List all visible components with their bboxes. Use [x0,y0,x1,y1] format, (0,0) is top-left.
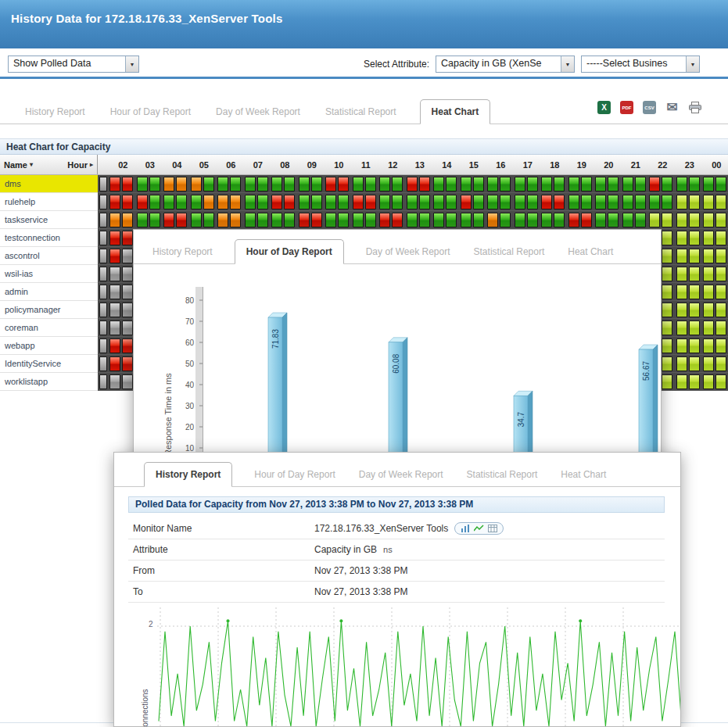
heat-block [568,213,579,227]
field-value: 172.18.176.33_XenServer Tools [314,518,448,539]
heat-cell [676,338,704,353]
heat-cell [676,177,704,192]
heat-block [715,374,726,389]
main-tab-day-of-week-report[interactable]: Day of Week Report [214,100,302,124]
heat-cell [649,177,676,192]
toolbar: Show Polled Data ▼ Select Attribute: Cap… [0,52,728,77]
main-tab-statistical-report[interactable]: Statistical Report [324,100,398,124]
line-chart-icon[interactable] [474,525,484,532]
hour-panel-tab-statistical-report[interactable]: Statistical Report [472,240,547,263]
history-panel-tab-heat-chart[interactable]: Heat Chart [559,463,608,486]
heat-filler-block [99,177,107,192]
heat-block [662,321,672,335]
main-tab-history-report[interactable]: History Report [23,100,87,124]
hour-header-10: 10 [325,155,353,174]
show-polled-data-select[interactable]: Show Polled Data ▼ [8,56,139,73]
dropdown-arrow-icon[interactable]: ▼ [125,56,138,72]
heat-cell [271,195,299,210]
heat-block [662,195,672,210]
heat-cell [703,374,728,389]
dropdown-arrow-icon[interactable]: ▼ [561,56,574,72]
heat-row-name-testconnection[interactable]: testconnection [0,229,98,247]
heat-cell [568,195,596,210]
heat-row-name-policymanager[interactable]: policymanager [0,301,98,319]
history-panel-tab-hour-of-day-report[interactable]: Hour of Day Report [253,463,336,486]
hour-panel-tab-history-report[interactable]: History Report [151,240,214,263]
heat-row-name-IdentityService[interactable]: IdentityService [0,355,98,373]
heat-cell [595,195,622,210]
field-row-attribute: AttributeCapacity in GBns [128,539,665,560]
heat-block [299,195,310,210]
pdf-export-icon[interactable]: PDF [620,101,633,114]
heat-block [703,267,714,281]
heat-block [487,177,498,192]
heat-block [500,213,511,227]
history-panel-tab-history-report[interactable]: History Report [144,462,232,487]
heat-block [500,177,511,192]
hour-of-day-panel: History ReportHour of Day ReportDay of W… [133,229,662,464]
history-panel-tab-statistical-report[interactable]: Statistical Report [465,463,540,486]
heat-row-name-dms[interactable]: dms [0,175,98,193]
heat-block [581,177,592,192]
heat-row-name-ascontrol[interactable]: ascontrol [0,247,98,265]
heat-block [191,195,202,210]
business-view-select[interactable]: -----Select Busines ▼ [581,56,700,73]
hour-header-19: 19 [568,155,596,174]
print-icon[interactable] [688,101,701,114]
heat-block [446,195,457,210]
field-row-to: ToNov 27, 2013 3:38 PM [128,582,665,603]
field-value: Nov 27, 2013 3:38 PM [314,582,407,603]
sort-arrow-icon[interactable]: ▾ [30,161,33,168]
bar-chart-icon[interactable] [461,525,470,532]
heat-block [109,356,120,371]
heat-cell [622,213,650,227]
heat-cell [676,267,704,281]
heat-row-name-coreman[interactable]: coreman [0,319,98,337]
name-column-header[interactable]: Name▾ Hour▸ [0,155,98,174]
history-panel-tab-day-of-week-report[interactable]: Day of Week Report [357,463,445,486]
csv-export-icon[interactable]: CSV [643,101,656,114]
heat-cell [703,213,728,227]
hour-panel-tab-day-of-week-report[interactable]: Day of Week Report [364,240,452,263]
heat-row-name-webapp[interactable]: webapp [0,337,98,355]
heat-row-name-taskservice[interactable]: taskservice [0,211,98,229]
heat-block [137,195,148,210]
hour-of-day-tab-bar: History ReportHour of Day ReportDay of W… [134,230,661,264]
heat-block [689,267,700,281]
hour-header-label: Hour [67,160,88,170]
heat-cell [676,213,704,227]
polled-data-title: Polled Data for Capacity from Nov 27, 20… [128,496,665,513]
email-icon[interactable]: ✉ [665,101,679,114]
excel-export-icon[interactable]: X [597,101,611,114]
heat-row-name-rulehelp[interactable]: rulehelp [0,193,98,211]
main-tab-heat-chart[interactable]: Heat Chart [420,99,491,124]
heat-block [122,231,133,245]
line-chart [157,603,681,727]
heat-cell [568,213,596,227]
heat-block [461,213,472,227]
heat-block [109,285,120,299]
heat-filler-block [99,338,107,353]
heat-cell [541,177,568,192]
hour-panel-tab-heat-chart[interactable]: Heat Chart [566,240,615,263]
field-label: Monitor Name [128,518,314,539]
heat-block [392,177,403,192]
heat-block [676,374,687,389]
heat-row-name-wsil-ias[interactable]: wsil-ias [0,265,98,283]
sort-arrow-icon[interactable]: ▸ [90,161,93,168]
heat-block [703,321,714,335]
heat-block [689,356,700,371]
heat-block [122,303,133,317]
heat-row-name-admin[interactable]: admin [0,283,98,301]
heat-name-column: dmsrulehelptaskservicetestconnectionasco… [0,175,98,391]
hour-panel-tab-hour-of-day-report[interactable]: Hour of Day Report [235,239,344,264]
heat-row-name-worklistapp[interactable]: worklistapp [0,373,98,391]
heat-block [515,177,525,192]
main-tab-hour-of-day-report[interactable]: Hour of Day Report [109,100,192,124]
heat-block [689,177,700,192]
attribute-select[interactable]: Capacity in GB (XenSe ▼ [436,56,575,73]
data-table-icon[interactable] [488,525,497,532]
heat-block [689,213,700,227]
dropdown-arrow-icon[interactable]: ▼ [686,56,699,72]
line-series [159,621,681,726]
